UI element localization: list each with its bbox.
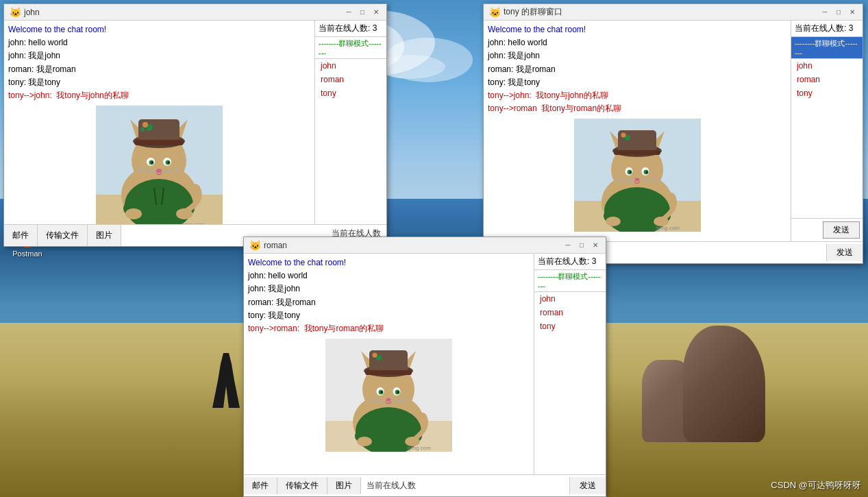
roman-sidebar: 当前在线人数: 3 --------群聊模式-------- john roma… [534, 254, 606, 474]
svg-rect-70 [365, 370, 412, 375]
roman-image-btn[interactable]: 图片 [327, 477, 361, 494]
john-minimize-btn[interactable]: ─ [344, 8, 354, 17]
roman-group-mode: --------群聊模式-------- [534, 270, 606, 292]
tony-msg-4: roman: 我是roman [488, 63, 786, 76]
roman-window-controls: ─ □ ✕ [563, 241, 600, 250]
svg-point-44 [621, 133, 625, 138]
svg-point-22 [168, 162, 170, 164]
john-maximize-btn[interactable]: □ [358, 8, 367, 17]
tony-group-mode: --------群聊模式-------- [791, 37, 863, 59]
roman-msg-6: tony-->roman: 我tony与roman的私聊 [248, 322, 530, 335]
svg-point-78 [397, 391, 399, 393]
john-title-text: john [24, 8, 40, 17]
postman-label: Postman [12, 250, 42, 258]
tony-msg-7: tony-->roman 我tony与roman的私聊 [488, 102, 786, 115]
tony-title-icon: 🐱 [489, 7, 501, 18]
tony-window-title: 🐱 tony 的群聊窗口 [489, 6, 562, 18]
roman-cat-svg: lying com [325, 339, 452, 452]
roman-close-btn[interactable]: ✕ [591, 241, 600, 250]
tony-user-tony[interactable]: tony [791, 86, 863, 100]
svg-point-79 [386, 398, 391, 402]
john-cat-image-area: lying com [8, 106, 310, 224]
john-mail-btn[interactable]: 邮件 [4, 225, 38, 246]
john-msg-5: tony: 我是tony [8, 76, 310, 89]
roman-window-title: 🐱 roman [249, 240, 287, 251]
tony-msg-5: tony: 我是tony [488, 76, 786, 89]
john-sidebar: 当前在线人数: 3 --------群聊模式-------- john roma… [314, 21, 386, 224]
tony-user-roman[interactable]: roman [791, 73, 863, 86]
tony-cat-svg: lying com [574, 119, 701, 232]
svg-point-51 [634, 178, 639, 182]
rocks [642, 305, 765, 442]
svg-point-72 [373, 353, 377, 358]
roman-footer: 邮件 传输文件 图片 当前在线人数 发送 [244, 474, 606, 496]
roman-user-roman[interactable]: roman [534, 306, 606, 319]
svg-point-21 [151, 162, 153, 164]
tony-title-text: tony 的群聊窗口 [504, 6, 562, 18]
john-group-mode: --------群聊模式-------- [315, 37, 386, 59]
roman-send-btn[interactable]: 发送 [569, 477, 606, 494]
john-chat-main: Welcome to the chat room! john: hello wo… [4, 21, 314, 224]
tony-maximize-btn[interactable]: □ [834, 8, 843, 17]
tony-close-btn[interactable]: ✕ [847, 8, 857, 17]
roman-maximize-btn[interactable]: □ [577, 241, 586, 250]
tony-titlebar: 🐱 tony 的群聊窗口 ─ □ ✕ [484, 4, 863, 21]
john-msg-4: roman: 我是roman [8, 63, 310, 76]
john-cat-svg: lying com [96, 106, 223, 224]
roman-msg-5: tony: 我是tony [248, 309, 530, 322]
svg-point-49 [629, 171, 631, 173]
john-file-btn[interactable]: 传输文件 [38, 225, 88, 246]
tony-online-count: 当前在线人数: 3 [791, 21, 863, 37]
tony-send-btn[interactable]: 发送 [823, 221, 860, 239]
roman-user-john[interactable]: john [534, 292, 606, 306]
tony-minimize-btn[interactable]: ─ [820, 8, 830, 17]
roman-msg-3: john: 我是john [248, 282, 530, 295]
roman-file-btn[interactable]: 传输文件 [277, 477, 327, 494]
tony-msg-6: tony-->john: 我tony与john的私聊 [488, 89, 786, 102]
john-online-count: 当前在线人数: 3 [315, 21, 386, 37]
tony-window-controls: ─ □ ✕ [820, 8, 857, 17]
svg-point-31 [125, 208, 142, 219]
tony-user-john[interactable]: john [791, 59, 863, 73]
john-user-john[interactable]: john [315, 59, 386, 73]
roman-minimize-btn[interactable]: ─ [563, 241, 573, 250]
tony-sidebar: 当前在线人数: 3 --------群聊模式-------- john roma… [791, 21, 863, 241]
csdn-watermark: CSDN @可达鸭呀呀呀 [771, 479, 861, 492]
john-messages: Welcome to the chat room! john: hello wo… [4, 21, 314, 224]
roman-msg-2: john: hello world [248, 269, 530, 282]
window-john: 🐱 john ─ □ ✕ Welcome to the chat room! j… [3, 3, 387, 247]
tony-footer-send-btn[interactable]: 发送 [826, 244, 863, 261]
roman-title-text: roman [264, 241, 287, 250]
svg-rect-42 [614, 150, 660, 155]
john-window-body: Welcome to the chat room! john: hello wo… [4, 21, 386, 224]
roman-mail-btn[interactable]: 邮件 [244, 477, 277, 494]
roman-msg-1: Welcome to the chat room! [248, 256, 530, 269]
john-close-btn[interactable]: ✕ [371, 8, 381, 17]
svg-point-59 [606, 217, 621, 226]
tony-msg-1: Welcome to the chat room! [488, 23, 786, 36]
tony-msg-2: john: hello world [488, 36, 786, 49]
tony-send-area: 发送 [791, 218, 863, 241]
roman-chat-main: Welcome to the chat room! john: hello wo… [244, 254, 534, 474]
roman-cat-image-area: lying com [248, 339, 530, 452]
svg-point-77 [381, 391, 383, 393]
desktop: Visual Studio Code T Typora IJ IntelliJ … [0, 0, 868, 497]
svg-text:lying com: lying com [408, 445, 431, 451]
roman-msg-4: roman: 我是roman [248, 296, 530, 309]
window-tony: 🐱 tony 的群聊窗口 ─ □ ✕ Welcome to the chat r… [483, 3, 863, 264]
svg-point-50 [645, 171, 647, 173]
roman-user-tony[interactable]: tony [534, 319, 606, 333]
svg-rect-13 [134, 140, 184, 145]
john-user-tony[interactable]: tony [315, 86, 386, 100]
john-image-btn[interactable]: 图片 [88, 225, 121, 246]
tony-msg-3: john: 我是john [488, 49, 786, 62]
svg-point-87 [357, 437, 372, 446]
cloud-2 [377, 55, 445, 79]
john-user-roman[interactable]: roman [315, 73, 386, 86]
tony-messages: Welcome to the chat room! john: hello wo… [484, 21, 791, 241]
john-title-icon: 🐱 [10, 7, 21, 18]
svg-text:lying com: lying com [656, 225, 680, 231]
roman-titlebar: 🐱 roman ─ □ ✕ [244, 237, 606, 254]
window-roman: 🐱 roman ─ □ ✕ Welcome to the chat room! … [243, 237, 606, 497]
svg-point-15 [142, 122, 148, 128]
